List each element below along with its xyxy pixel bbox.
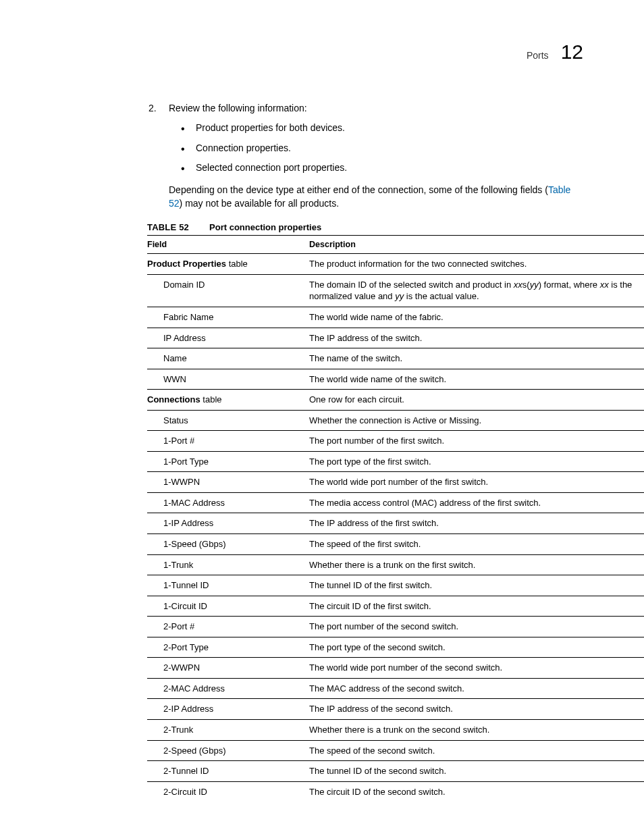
table-row: 1-Circuit ID The circuit ID of the first…	[147, 596, 644, 617]
desc-cell: Whether the connection is Active or Miss…	[309, 410, 644, 431]
field-cell: 1-IP Address	[147, 513, 309, 534]
table-row: 2-WWPN The world wide port number of the…	[147, 658, 644, 679]
desc-text: is the actual value.	[404, 291, 479, 301]
desc-italic: xx	[600, 280, 609, 290]
field-cell: 2-WWPN	[147, 658, 309, 679]
field-cell: 1-Port Type	[147, 451, 309, 472]
field-cell: Name	[147, 348, 309, 369]
depending-paragraph: Depending on the device type at either e…	[169, 183, 576, 211]
table-title: Port connection properties	[209, 222, 321, 232]
desc-cell: The circuit ID of the second switch.	[309, 781, 644, 802]
bullet-item: Product properties for both devices.	[181, 122, 583, 135]
table-row: 2-MAC Address The MAC address of the sec…	[147, 678, 644, 699]
desc-cell: The world wide port number of the first …	[309, 472, 644, 493]
header-section-name: Ports	[527, 50, 549, 61]
field-cell: 2-Circuit ID	[147, 781, 309, 802]
step-line: 2. Review the following information:	[149, 103, 583, 113]
field-cell: 1-WWPN	[147, 472, 309, 493]
field-cell: 1-Circuit ID	[147, 596, 309, 617]
desc-cell: The MAC address of the second switch.	[309, 678, 644, 699]
desc-cell: The tunnel ID of the first switch.	[309, 575, 644, 596]
table-row: 2-Port Type The port type of the second …	[147, 637, 644, 658]
field-cell: Status	[147, 410, 309, 431]
field-cell: IP Address	[147, 328, 309, 348]
field-cell: Product Properties table	[147, 254, 309, 275]
group-name-bold: Product Properties	[147, 259, 226, 269]
desc-cell: The media access control (MAC) address o…	[309, 492, 644, 513]
desc-cell: The world wide port number of the second…	[309, 658, 644, 679]
para-text-before: Depending on the device type at either e…	[169, 184, 548, 195]
field-cell: Domain ID	[147, 274, 309, 307]
desc-cell: The name of the switch.	[309, 348, 644, 369]
desc-cell: The port number of the second switch.	[309, 617, 644, 637]
field-cell: 2-Port #	[147, 617, 309, 637]
field-cell: 1-Trunk	[147, 554, 309, 575]
page-header: Ports 12	[61, 41, 583, 63]
desc-cell: Whether there is a trunk on the second s…	[309, 719, 644, 740]
field-cell: 1-Speed (Gbps)	[147, 534, 309, 555]
desc-italic: yy	[530, 280, 539, 290]
bullet-item: Selected connection port properties.	[181, 161, 583, 175]
desc-text: ) format, where	[539, 280, 600, 290]
table-row: 1-IP Address The IP address of the first…	[147, 513, 644, 534]
table-row: Status Whether the connection is Active …	[147, 410, 644, 431]
desc-cell: The speed of the second switch.	[309, 740, 644, 761]
field-cell: 1-MAC Address	[147, 492, 309, 513]
table-row: 1-Speed (Gbps) The speed of the first sw…	[147, 534, 644, 555]
field-cell: 2-Port Type	[147, 637, 309, 658]
table-row: 1-Tunnel ID The tunnel ID of the first s…	[147, 575, 644, 596]
table-row: IP Address The IP address of the switch.	[147, 328, 644, 348]
para-text-after: ) may not be available for all products.	[180, 198, 340, 209]
table-caption: TABLE 52 Port connection properties	[147, 222, 583, 232]
desc-cell: The tunnel ID of the second switch.	[309, 761, 644, 782]
field-cell: Fabric Name	[147, 307, 309, 328]
group-name-suffix: table	[200, 394, 222, 405]
desc-cell: The circuit ID of the first switch.	[309, 596, 644, 617]
group-name-bold: Connections	[147, 394, 200, 405]
field-cell: 1-Tunnel ID	[147, 575, 309, 596]
table-row: 2-Port # The port number of the second s…	[147, 617, 644, 637]
desc-cell: The domain ID of the selected switch and…	[309, 274, 644, 307]
field-cell: 2-Speed (Gbps)	[147, 740, 309, 761]
table-header-description: Description	[309, 236, 644, 254]
desc-cell: The world wide name of the fabric.	[309, 307, 644, 328]
table-row: 2-Tunnel ID The tunnel ID of the second …	[147, 761, 644, 782]
table-row: 1-Trunk Whether there is a trunk on the …	[147, 554, 644, 575]
field-cell: 2-Tunnel ID	[147, 761, 309, 782]
desc-cell: The port number of the first switch.	[309, 431, 644, 452]
table-row: Name The name of the switch.	[147, 348, 644, 369]
desc-cell: The IP address of the first switch.	[309, 513, 644, 534]
desc-cell: The port type of the first switch.	[309, 451, 644, 472]
group-name-suffix: table	[226, 259, 248, 269]
field-cell: 2-MAC Address	[147, 678, 309, 699]
desc-cell: The world wide name of the switch.	[309, 369, 644, 390]
port-connection-properties-table: Field Description Product Properties tab…	[147, 235, 644, 802]
table-row: 2-IP Address The IP address of the secon…	[147, 699, 644, 720]
table-row: 2-Circuit ID The circuit ID of the secon…	[147, 781, 644, 802]
table-row: Fabric Name The world wide name of the f…	[147, 307, 644, 328]
table-row: Domain ID The domain ID of the selected …	[147, 274, 644, 307]
desc-italic: yy	[395, 291, 404, 301]
field-cell: 2-Trunk	[147, 719, 309, 740]
table-row: Product Properties table The product inf…	[147, 254, 644, 275]
header-chapter-number: 12	[561, 41, 583, 63]
desc-cell: The IP address of the second switch.	[309, 699, 644, 720]
table-label: TABLE 52	[147, 222, 189, 232]
table-row: 1-Port # The port number of the first sw…	[147, 431, 644, 452]
step-number: 2.	[149, 103, 159, 113]
desc-cell: The IP address of the switch.	[309, 328, 644, 348]
desc-cell: The port type of the second switch.	[309, 637, 644, 658]
field-cell: Connections table	[147, 390, 309, 411]
table-row: 2-Trunk Whether there is a trunk on the …	[147, 719, 644, 740]
desc-cell: The speed of the first switch.	[309, 534, 644, 555]
table-row: 1-Port Type The port type of the first s…	[147, 451, 644, 472]
table-row: 2-Speed (Gbps) The speed of the second s…	[147, 740, 644, 761]
desc-cell: Whether there is a trunk on the first sw…	[309, 554, 644, 575]
field-cell: 2-IP Address	[147, 699, 309, 720]
table-row: 1-MAC Address The media access control (…	[147, 492, 644, 513]
desc-cell: One row for each circuit.	[309, 390, 644, 411]
field-cell: 1-Port #	[147, 431, 309, 452]
table-row: WWN The world wide name of the switch.	[147, 369, 644, 390]
table-row: 1-WWPN The world wide port number of the…	[147, 472, 644, 493]
desc-cell: The product information for the two conn…	[309, 254, 644, 275]
